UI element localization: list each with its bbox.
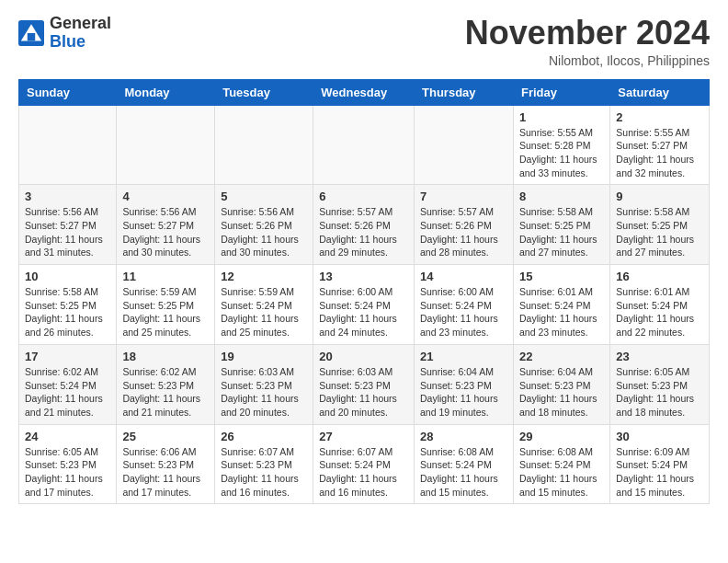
calendar-cell: 28Sunrise: 6:08 AM Sunset: 5:24 PM Dayli… [415, 424, 514, 504]
logo-text: General Blue [50, 15, 111, 52]
day-detail: Sunrise: 5:55 AM Sunset: 5:28 PM Dayligh… [519, 126, 604, 180]
calendar-cell: 9Sunrise: 5:58 AM Sunset: 5:25 PM Daylig… [610, 185, 710, 265]
day-number: 2 [616, 110, 703, 124]
day-detail: Sunrise: 6:08 AM Sunset: 5:24 PM Dayligh… [420, 445, 507, 500]
calendar-cell: 23Sunrise: 6:05 AM Sunset: 5:23 PM Dayli… [610, 344, 710, 424]
day-detail: Sunrise: 5:57 AM Sunset: 5:26 PM Dayligh… [319, 205, 408, 259]
weekday-header: Saturday [610, 79, 710, 105]
day-number: 6 [319, 190, 408, 203]
day-number: 15 [519, 270, 604, 283]
location: Nilombot, Ilocos, Philippines [465, 53, 710, 68]
day-number: 27 [319, 430, 408, 443]
day-detail: Sunrise: 6:02 AM Sunset: 5:23 PM Dayligh… [122, 365, 209, 419]
calendar-cell: 13Sunrise: 6:00 AM Sunset: 5:24 PM Dayli… [313, 265, 415, 345]
day-detail: Sunrise: 5:57 AM Sunset: 5:26 PM Dayligh… [420, 205, 507, 259]
calendar-cell: 22Sunrise: 6:04 AM Sunset: 5:23 PM Dayli… [513, 344, 609, 424]
weekday-header: Thursday [415, 79, 514, 105]
calendar-cell: 8Sunrise: 5:58 AM Sunset: 5:25 PM Daylig… [513, 185, 609, 265]
day-number: 23 [616, 350, 703, 363]
weekday-header: Friday [513, 79, 609, 105]
calendar-header-row: SundayMondayTuesdayWednesdayThursdayFrid… [19, 79, 710, 105]
day-detail: Sunrise: 5:56 AM Sunset: 5:27 PM Dayligh… [25, 205, 110, 259]
calendar-week-row: 1Sunrise: 5:55 AM Sunset: 5:28 PM Daylig… [19, 105, 710, 185]
day-detail: Sunrise: 6:03 AM Sunset: 5:23 PM Dayligh… [319, 365, 408, 419]
day-number: 20 [319, 350, 408, 363]
day-number: 30 [616, 430, 703, 443]
weekday-header: Wednesday [313, 79, 415, 105]
day-detail: Sunrise: 5:56 AM Sunset: 5:27 PM Dayligh… [122, 205, 209, 259]
day-detail: Sunrise: 6:01 AM Sunset: 5:24 PM Dayligh… [616, 285, 703, 339]
logo-blue: Blue [50, 32, 85, 51]
day-detail: Sunrise: 6:03 AM Sunset: 5:23 PM Dayligh… [221, 365, 307, 419]
calendar-cell: 4Sunrise: 5:56 AM Sunset: 5:27 PM Daylig… [117, 185, 215, 265]
calendar-table: SundayMondayTuesdayWednesdayThursdayFrid… [18, 79, 710, 505]
weekday-header: Sunday [19, 79, 117, 105]
calendar-week-row: 17Sunrise: 6:02 AM Sunset: 5:24 PM Dayli… [19, 344, 710, 424]
day-number: 16 [616, 270, 703, 283]
calendar-cell: 29Sunrise: 6:08 AM Sunset: 5:24 PM Dayli… [513, 424, 609, 504]
day-number: 4 [122, 190, 209, 203]
calendar-cell: 27Sunrise: 6:07 AM Sunset: 5:24 PM Dayli… [313, 424, 415, 504]
day-number: 25 [122, 430, 209, 443]
logo-area: General Blue [18, 15, 111, 52]
calendar-cell [117, 105, 215, 185]
title-area: November 2024 Nilombot, Ilocos, Philippi… [465, 15, 710, 68]
day-number: 10 [25, 270, 110, 283]
day-number: 26 [221, 430, 307, 443]
day-number: 13 [319, 270, 408, 283]
day-number: 9 [616, 190, 703, 203]
calendar-cell: 30Sunrise: 6:09 AM Sunset: 5:24 PM Dayli… [610, 424, 710, 504]
calendar-cell: 16Sunrise: 6:01 AM Sunset: 5:24 PM Dayli… [610, 265, 710, 345]
day-number: 21 [420, 350, 507, 363]
page: General Blue November 2024 Nilombot, Ilo… [0, 0, 728, 519]
calendar-cell: 6Sunrise: 5:57 AM Sunset: 5:26 PM Daylig… [313, 185, 415, 265]
day-detail: Sunrise: 6:05 AM Sunset: 5:23 PM Dayligh… [616, 365, 703, 419]
day-detail: Sunrise: 5:58 AM Sunset: 5:25 PM Dayligh… [616, 205, 703, 259]
svg-rect-2 [28, 33, 35, 40]
day-detail: Sunrise: 6:05 AM Sunset: 5:23 PM Dayligh… [25, 445, 110, 500]
logo-icon [18, 20, 44, 46]
calendar-cell: 15Sunrise: 6:01 AM Sunset: 5:24 PM Dayli… [513, 265, 609, 345]
calendar-cell: 20Sunrise: 6:03 AM Sunset: 5:23 PM Dayli… [313, 344, 415, 424]
day-detail: Sunrise: 6:07 AM Sunset: 5:23 PM Dayligh… [221, 445, 307, 500]
day-number: 18 [122, 350, 209, 363]
day-number: 19 [221, 350, 307, 363]
day-number: 24 [25, 430, 110, 443]
day-detail: Sunrise: 6:08 AM Sunset: 5:24 PM Dayligh… [519, 445, 604, 500]
header: General Blue November 2024 Nilombot, Ilo… [18, 15, 710, 68]
day-number: 17 [25, 350, 110, 363]
calendar-cell: 14Sunrise: 6:00 AM Sunset: 5:24 PM Dayli… [415, 265, 514, 345]
day-detail: Sunrise: 6:07 AM Sunset: 5:24 PM Dayligh… [319, 445, 408, 500]
day-detail: Sunrise: 5:58 AM Sunset: 5:25 PM Dayligh… [25, 285, 110, 339]
weekday-header: Monday [117, 79, 215, 105]
day-number: 7 [420, 190, 507, 203]
calendar-cell [19, 105, 117, 185]
day-number: 3 [25, 190, 110, 203]
day-number: 12 [221, 270, 307, 283]
day-detail: Sunrise: 6:01 AM Sunset: 5:24 PM Dayligh… [519, 285, 604, 339]
calendar-week-row: 24Sunrise: 6:05 AM Sunset: 5:23 PM Dayli… [19, 424, 710, 504]
calendar-cell: 26Sunrise: 6:07 AM Sunset: 5:23 PM Dayli… [215, 424, 313, 504]
day-detail: Sunrise: 5:58 AM Sunset: 5:25 PM Dayligh… [519, 205, 604, 259]
calendar-cell: 11Sunrise: 5:59 AM Sunset: 5:25 PM Dayli… [117, 265, 215, 345]
day-detail: Sunrise: 5:55 AM Sunset: 5:27 PM Dayligh… [616, 126, 703, 180]
calendar-cell: 25Sunrise: 6:06 AM Sunset: 5:23 PM Dayli… [117, 424, 215, 504]
day-number: 28 [420, 430, 507, 443]
calendar-week-row: 3Sunrise: 5:56 AM Sunset: 5:27 PM Daylig… [19, 185, 710, 265]
day-number: 8 [519, 190, 604, 203]
calendar-cell: 18Sunrise: 6:02 AM Sunset: 5:23 PM Dayli… [117, 344, 215, 424]
day-number: 29 [519, 430, 604, 443]
calendar-cell: 10Sunrise: 5:58 AM Sunset: 5:25 PM Dayli… [19, 265, 117, 345]
day-detail: Sunrise: 5:59 AM Sunset: 5:25 PM Dayligh… [122, 285, 209, 339]
day-detail: Sunrise: 5:56 AM Sunset: 5:26 PM Dayligh… [221, 205, 307, 259]
day-number: 1 [519, 110, 604, 124]
calendar-week-row: 10Sunrise: 5:58 AM Sunset: 5:25 PM Dayli… [19, 265, 710, 345]
calendar-cell: 24Sunrise: 6:05 AM Sunset: 5:23 PM Dayli… [19, 424, 117, 504]
day-detail: Sunrise: 6:04 AM Sunset: 5:23 PM Dayligh… [519, 365, 604, 419]
calendar-cell [415, 105, 514, 185]
calendar-cell [313, 105, 415, 185]
day-number: 5 [221, 190, 307, 203]
calendar-cell: 21Sunrise: 6:04 AM Sunset: 5:23 PM Dayli… [415, 344, 514, 424]
day-detail: Sunrise: 6:04 AM Sunset: 5:23 PM Dayligh… [420, 365, 507, 419]
calendar-cell: 19Sunrise: 6:03 AM Sunset: 5:23 PM Dayli… [215, 344, 313, 424]
